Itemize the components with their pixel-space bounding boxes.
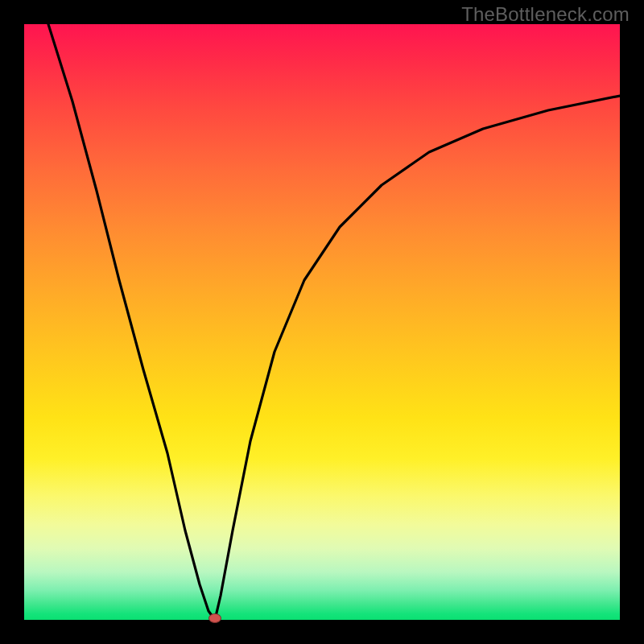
bottleneck-curve (48, 24, 620, 620)
plot-area (24, 24, 620, 620)
optimum-marker (208, 613, 221, 623)
watermark-text: TheBottleneck.com (461, 3, 630, 26)
curve-svg (24, 24, 620, 620)
chart-frame: TheBottleneck.com (0, 0, 644, 644)
